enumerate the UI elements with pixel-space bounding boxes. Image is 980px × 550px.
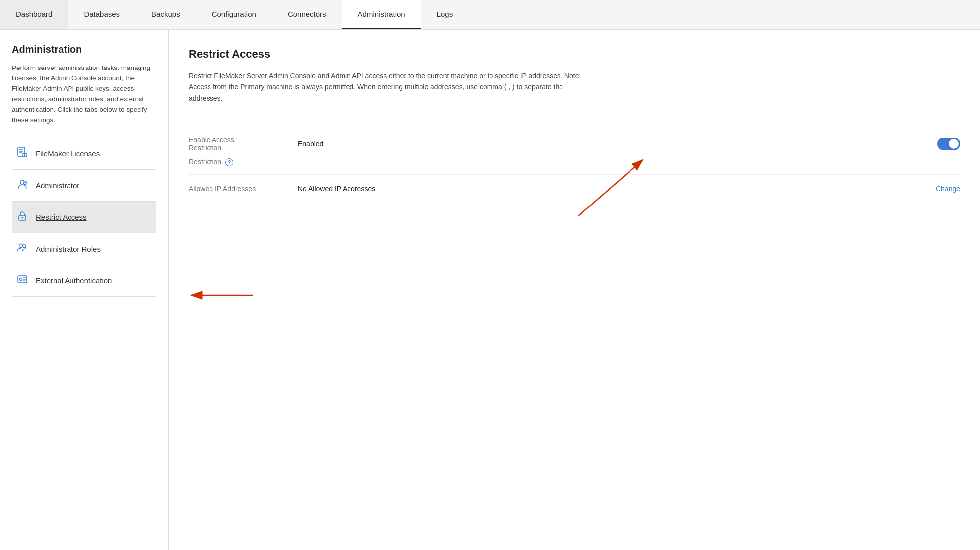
sidebar-description: Perform server administration tasks: man… xyxy=(12,63,156,126)
enable-access-value: Enabled xyxy=(298,140,927,148)
restriction-label: Restriction ? xyxy=(189,158,288,166)
content-title: Restrict Access xyxy=(189,48,960,61)
svg-point-9 xyxy=(22,217,23,218)
nav-item-logs[interactable]: Logs xyxy=(421,0,469,29)
main-layout: Administration Perform server administra… xyxy=(0,30,980,550)
sidebar-item-administrator-roles[interactable]: Administrator Roles xyxy=(12,233,156,265)
sidebar-item-administrator[interactable]: Administrator xyxy=(12,170,156,202)
nav-item-backups[interactable]: Backups xyxy=(136,0,196,29)
nav-item-connectors[interactable]: Connectors xyxy=(272,0,342,29)
sidebar-title: Administration xyxy=(12,44,156,55)
licenses-icon xyxy=(16,147,29,160)
sidebar: Administration Perform server administra… xyxy=(0,30,169,550)
settings-row-enable-access: Enable Access Restriction Enabled xyxy=(189,130,960,158)
restrict-access-icon xyxy=(16,210,29,224)
svg-point-10 xyxy=(19,244,23,247)
nav-item-databases[interactable]: Databases xyxy=(68,0,136,29)
nav-item-dashboard[interactable]: Dashboard xyxy=(0,0,68,29)
annotation-arrows xyxy=(169,30,980,550)
settings-row-allowed-ip: Allowed IP Addresses No Allowed IP Addre… xyxy=(189,174,960,199)
content-description: Restrict FileMaker Server Admin Console … xyxy=(189,70,596,104)
sidebar-item-label-external-auth: External Authentication xyxy=(36,276,112,285)
svg-point-11 xyxy=(23,245,26,248)
content-divider xyxy=(189,118,960,118)
allowed-ip-value: No Allowed IP Addresses xyxy=(298,185,926,193)
allowed-ip-label: Allowed IP Addresses xyxy=(189,185,288,193)
enable-access-label: Enable Access Restriction xyxy=(189,136,288,152)
sidebar-item-external-authentication[interactable]: External Authentication xyxy=(12,265,156,297)
svg-point-13 xyxy=(20,278,22,280)
sidebar-item-label-administrator: Administrator xyxy=(36,181,79,190)
top-navigation: Dashboard Databases Backups Configuratio… xyxy=(0,0,980,30)
administrator-icon xyxy=(16,179,29,192)
settings-row-restriction: Restriction ? xyxy=(189,158,960,174)
content-area: Restrict Access Restrict FileMaker Serve… xyxy=(169,30,980,550)
administrator-roles-icon xyxy=(16,242,29,256)
sidebar-item-label-licenses: FileMaker Licenses xyxy=(36,149,100,158)
nav-item-configuration[interactable]: Configuration xyxy=(196,0,272,29)
change-button[interactable]: Change xyxy=(936,185,960,193)
sidebar-item-label-administrator-roles: Administrator Roles xyxy=(36,245,101,253)
external-authentication-icon xyxy=(16,274,29,287)
nav-item-administration[interactable]: Administration xyxy=(342,0,421,29)
sidebar-item-filemaker-licenses[interactable]: FileMaker Licenses xyxy=(12,138,156,170)
enable-access-toggle[interactable] xyxy=(937,138,960,150)
restriction-help-icon[interactable]: ? xyxy=(225,158,233,166)
sidebar-item-restrict-access[interactable]: Restrict Access xyxy=(12,202,156,233)
svg-rect-0 xyxy=(18,147,25,156)
sidebar-item-label-restrict-access: Restrict Access xyxy=(36,213,87,221)
